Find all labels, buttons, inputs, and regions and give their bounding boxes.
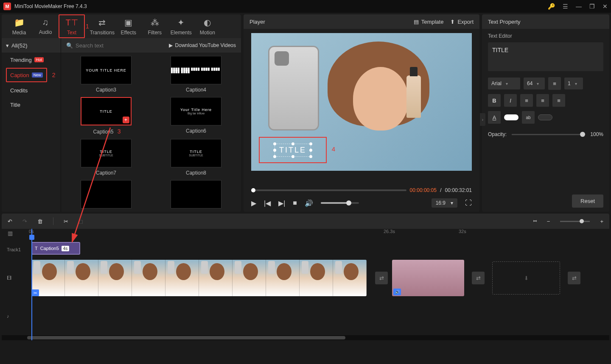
transition-slot[interactable]: ⇄ <box>472 272 485 284</box>
download-youtube-link[interactable]: ▶Download YouTube Videos <box>169 42 236 48</box>
current-time: 00:00:00:05 <box>410 187 437 193</box>
text-content-input[interactable]: TITLE <box>488 42 603 71</box>
zoom-out-button[interactable]: − <box>547 218 550 225</box>
video-track[interactable]: ✂ ⇄ ⇄ ⬇ ⇄ <box>27 259 609 297</box>
color-swatch-dark[interactable] <box>538 114 552 120</box>
caption-clip[interactable]: T Caption5 4s <box>31 242 80 255</box>
thumb-caption3[interactable]: YOUR TITLE HERE <box>81 56 132 84</box>
thumb-caption7[interactable]: TITLESUBTITLE <box>81 139 132 167</box>
sidebar-item-credits[interactable]: Credits <box>2 83 61 97</box>
resize-handle[interactable] <box>309 149 312 152</box>
preview-subject <box>311 42 446 171</box>
sidebar-item-caption[interactable]: CaptionNew <box>6 68 47 82</box>
bold-button[interactable]: B <box>488 94 501 107</box>
thumb-caption5[interactable]: TITLE+ <box>81 97 132 125</box>
video-preview[interactable]: TITLE 4 <box>251 33 472 171</box>
opacity-slider[interactable] <box>512 134 585 135</box>
clip-duration: 4s <box>62 246 70 251</box>
fx-badge[interactable]: ✂ <box>31 289 39 296</box>
timeline: ↶ ↷ 🗑 ✂ ◻ ⎶ − + ▥ 0s 26.3s 32s Track1 T … <box>0 212 611 342</box>
text-editor-label: Text Editor <box>488 33 603 39</box>
video-clip-1[interactable] <box>31 260 367 296</box>
key-icon[interactable]: 🔑 <box>548 3 555 10</box>
crop-button[interactable]: ◻ <box>78 218 83 225</box>
zoom-in-button[interactable]: + <box>600 218 603 225</box>
tab-audio[interactable]: ♫Audio <box>32 14 59 38</box>
track-manager-icon[interactable]: ▥ <box>8 230 13 236</box>
opacity-value: 100% <box>590 131 603 137</box>
template-button[interactable]: ▤Template <box>414 19 444 25</box>
sidebar-all[interactable]: ▾All(52) <box>2 38 61 53</box>
spacing-select[interactable]: 1▾ <box>564 78 583 89</box>
video-clip-2[interactable] <box>392 260 464 296</box>
title-overlay[interactable]: TITLE 4 <box>259 137 327 163</box>
aspect-ratio-select[interactable]: 16:9▾ <box>432 198 457 208</box>
fit-button[interactable]: ⎶ <box>533 218 537 225</box>
undo-button[interactable]: ↶ <box>8 218 12 225</box>
line-spacing-button[interactable]: ≡ <box>548 77 561 90</box>
export-button[interactable]: ⬆Export <box>450 19 474 25</box>
seek-handle[interactable] <box>251 188 255 192</box>
tab-elements[interactable]: ✦Elements <box>168 14 194 38</box>
reset-button[interactable]: Reset <box>572 195 603 208</box>
resize-handle[interactable] <box>273 149 276 152</box>
search-input[interactable]: 🔍 <box>66 42 165 49</box>
resize-handle[interactable] <box>309 155 312 158</box>
timeline-scrollbar[interactable] <box>2 335 609 340</box>
thumb-caption6[interactable]: Your Title HereBig tar inflow <box>171 97 221 125</box>
zoom-slider[interactable] <box>560 221 590 222</box>
delete-button[interactable]: 🗑 <box>37 218 43 225</box>
thumb-caption8[interactable]: TITLESUBTITLE <box>171 139 221 167</box>
tab-media[interactable]: 📁Media <box>6 14 32 38</box>
resize-handle[interactable] <box>309 142 312 145</box>
filters-icon: ⁂ <box>151 17 159 28</box>
playhead[interactable] <box>31 229 32 340</box>
thumb-extra1[interactable] <box>81 180 132 208</box>
tab-transitions[interactable]: ⇄Transitions <box>89 14 115 38</box>
text-icon: T⊤ <box>65 17 78 28</box>
volume-slider[interactable] <box>321 202 359 204</box>
timeline-ruler[interactable]: ▥ 0s 26.3s 32s <box>2 229 609 240</box>
maximize-icon[interactable]: ❐ <box>589 3 595 10</box>
thumb-extra2[interactable] <box>171 180 221 208</box>
text-track[interactable]: T Caption5 4s <box>27 240 609 259</box>
prev-button[interactable]: |◀ <box>264 199 271 207</box>
tab-effects[interactable]: ▣Effects <box>115 14 142 38</box>
menu-icon[interactable]: ☰ <box>563 3 568 10</box>
cut-button[interactable]: ✂ <box>64 218 68 225</box>
close-icon[interactable]: ✕ <box>603 3 608 10</box>
drop-zone[interactable]: ⬇ <box>492 261 560 295</box>
highlight-button[interactable]: ab <box>522 111 535 124</box>
sidebar-item-trending[interactable]: TrendingHot <box>2 53 61 67</box>
seek-bar[interactable] <box>251 189 406 191</box>
tab-motion[interactable]: ◐Motion <box>194 14 221 38</box>
resize-handle[interactable] <box>291 142 294 145</box>
tab-text[interactable]: T⊤Text <box>59 14 85 38</box>
text-color-button[interactable]: A <box>488 111 501 124</box>
resize-handle[interactable] <box>273 155 276 158</box>
add-icon[interactable]: + <box>123 117 129 123</box>
tab-filters[interactable]: ⁂Filters <box>142 14 168 38</box>
volume-icon[interactable]: 🔊 <box>305 199 313 207</box>
thumb-caption4[interactable]: ████ ████ ████ ████ ████ ████ ████ <box>171 56 221 84</box>
expand-toggle[interactable]: › <box>480 113 485 126</box>
align-left-button[interactable]: ≡ <box>520 94 533 107</box>
resize-handle[interactable] <box>291 155 294 158</box>
audio-track[interactable] <box>27 297 609 335</box>
minimize-icon[interactable]: — <box>576 3 582 10</box>
redo-button[interactable]: ↷ <box>22 218 27 225</box>
stop-button[interactable]: ■ <box>293 199 297 207</box>
italic-button[interactable]: I <box>504 94 517 107</box>
align-center-button[interactable]: ≡ <box>536 94 549 107</box>
transition-slot[interactable]: ⇄ <box>568 272 580 284</box>
font-select[interactable]: Arial▾ <box>488 78 520 89</box>
next-button[interactable]: ▶| <box>278 199 285 207</box>
resize-handle[interactable] <box>273 142 276 145</box>
transition-slot[interactable]: ⇄ <box>375 272 388 284</box>
font-size-select[interactable]: 64▾ <box>524 78 545 89</box>
sidebar-item-title[interactable]: Title <box>2 97 61 112</box>
play-button[interactable]: ▶ <box>251 199 256 207</box>
align-right-button[interactable]: ≡ <box>552 94 565 107</box>
color-swatch-white[interactable] <box>504 114 519 120</box>
fullscreen-button[interactable]: ⛶ <box>465 199 472 207</box>
